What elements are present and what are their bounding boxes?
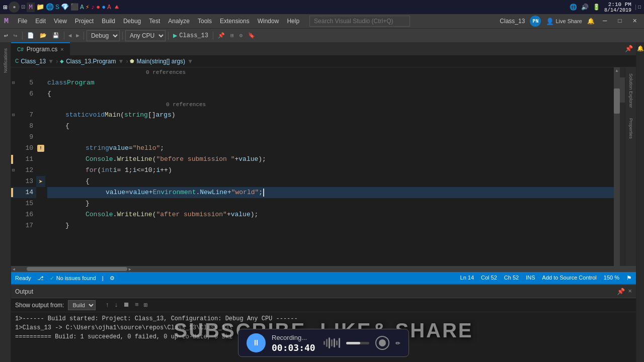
- output-btn-5[interactable]: ⊞: [142, 301, 149, 309]
- output-title-label[interactable]: Output: [15, 288, 33, 295]
- status-zoom[interactable]: 150 %: [604, 275, 619, 282]
- toolbar-bookmark[interactable]: 🔖: [246, 31, 257, 40]
- recording-volume-slider[interactable]: [346, 342, 370, 344]
- no-issues[interactable]: ✓ No issues found: [50, 275, 96, 282]
- tb-icon-skype[interactable]: S: [55, 4, 59, 11]
- output-btn-1[interactable]: ↑: [104, 301, 111, 309]
- breadcrumb-class[interactable]: Class_13: [21, 58, 46, 65]
- scrollbar-thumb[interactable]: [614, 88, 620, 114]
- forward-icon[interactable]: ▶: [74, 31, 81, 40]
- debug-config-dropdown[interactable]: Debug: [87, 30, 120, 41]
- menu-window[interactable]: Window: [254, 16, 283, 27]
- right-solution-tab[interactable]: Solution Explorer: [627, 69, 635, 112]
- code-line-15[interactable]: }: [47, 198, 614, 209]
- code-line-8[interactable]: {: [47, 121, 614, 132]
- menu-edit[interactable]: Edit: [31, 16, 50, 27]
- breadcrumb-program[interactable]: Class_13.Program: [66, 58, 116, 65]
- tab-close-btn[interactable]: ×: [60, 46, 63, 52]
- tb-icon-music[interactable]: ♪: [91, 4, 95, 11]
- filter-icon[interactable]: ⚙: [110, 275, 115, 282]
- output-source-dropdown[interactable]: Build: [68, 300, 96, 310]
- recording-edit-icon[interactable]: ✏: [395, 338, 400, 347]
- code-line-16[interactable]: Console.WriteLine("after submission"+val…: [47, 209, 614, 220]
- status-ch[interactable]: Ch 52: [504, 275, 519, 282]
- git-branch-icon[interactable]: ⎇: [37, 275, 44, 282]
- menu-tools[interactable]: Tools: [194, 16, 216, 27]
- menu-help[interactable]: Help: [283, 16, 303, 27]
- code-line-7[interactable]: static void Main(string[] args): [47, 110, 614, 121]
- breadcrumb-main[interactable]: Main(string[] args): [136, 58, 185, 65]
- tb-show-desktop[interactable]: □: [635, 5, 641, 10]
- notif-bell-icon[interactable]: 🔔: [637, 45, 644, 52]
- back-icon[interactable]: ◀: [67, 31, 73, 40]
- menu-test[interactable]: Test: [145, 16, 164, 27]
- redo-icon[interactable]: ↪: [12, 31, 20, 41]
- menu-build[interactable]: Build: [98, 16, 119, 27]
- vertical-scrollbar[interactable]: ▲: [614, 67, 620, 266]
- horizontal-scrollbar[interactable]: ◀ ▶: [11, 266, 636, 272]
- cpu-target-dropdown[interactable]: Any CPU: [125, 30, 166, 41]
- minimize-button[interactable]: ─: [600, 17, 610, 25]
- tb-icon-gem[interactable]: 💎: [61, 3, 69, 11]
- recording-record-button[interactable]: [375, 336, 389, 350]
- code-line-17[interactable]: }: [47, 220, 614, 231]
- menu-view[interactable]: View: [50, 16, 71, 27]
- user-avatar[interactable]: PN: [530, 16, 541, 27]
- close-button[interactable]: ×: [630, 17, 640, 25]
- menu-file[interactable]: File: [14, 16, 31, 27]
- close-output-icon[interactable]: ×: [628, 288, 632, 295]
- output-btn-3[interactable]: ⏹: [122, 301, 131, 309]
- code-line-13[interactable]: {: [47, 176, 614, 187]
- code-line-12[interactable]: for (int i = 1; i<=10;i++): [47, 165, 614, 176]
- code-line-5[interactable]: class Program: [47, 77, 614, 88]
- pin-panel-icon[interactable]: 📌: [622, 45, 636, 53]
- tb-icon-bolt[interactable]: ⚡: [86, 3, 90, 11]
- code-editor[interactable]: ⊟ 5 6 ⊟ 7 8 9: [11, 67, 614, 266]
- tb-icon-file[interactable]: 📁: [36, 3, 44, 11]
- new-file-icon[interactable]: 📄: [25, 31, 36, 40]
- scroll-up-arrow[interactable]: ▲: [614, 67, 620, 73]
- output-btn-4[interactable]: ≡: [133, 301, 140, 309]
- menu-project[interactable]: Project: [71, 16, 98, 27]
- output-btn-2[interactable]: ↓: [113, 301, 120, 309]
- hscrollbar-thumb[interactable]: [27, 267, 127, 271]
- code-line-6[interactable]: {: [47, 88, 614, 100]
- menu-extensions[interactable]: Extensions: [216, 16, 254, 27]
- live-share-btn[interactable]: 👤 Live Share: [546, 18, 582, 25]
- code-line-10[interactable]: string value = "hello";: [47, 143, 614, 154]
- collapse-12[interactable]: ⊟: [12, 165, 15, 176]
- pin-output-icon[interactable]: 📌: [617, 288, 625, 296]
- status-add-source[interactable]: Add to Source Control: [542, 275, 597, 282]
- status-ln[interactable]: Ln 14: [460, 275, 474, 282]
- pin-icon[interactable]: 📌: [216, 31, 227, 40]
- tb-icon-vlc[interactable]: 🔺: [113, 3, 121, 11]
- recording-pause-button[interactable]: ⏸: [247, 333, 266, 352]
- tb-icon-vs[interactable]: M: [27, 3, 35, 12]
- save-icon[interactable]: 💾: [50, 31, 61, 40]
- scroll-left-arrow[interactable]: ◀: [11, 267, 17, 272]
- tb-icon-atom[interactable]: A: [80, 4, 84, 11]
- code-lines[interactable]: 0 references class Program {: [45, 67, 614, 266]
- scroll-right-arrow[interactable]: ▶: [127, 267, 133, 272]
- menu-analyze[interactable]: Analyze: [164, 16, 194, 27]
- windows-start[interactable]: ⊞: [3, 3, 7, 12]
- status-col[interactable]: Col 52: [481, 275, 497, 282]
- collapse-7[interactable]: ⊟: [12, 110, 15, 121]
- cortana-icon[interactable]: ●: [9, 2, 20, 13]
- menu-debug[interactable]: Debug: [119, 16, 145, 27]
- right-properties-tab[interactable]: Properties: [627, 114, 635, 143]
- collapse-5[interactable]: ⊟: [12, 77, 15, 88]
- notif-icon[interactable]: 🔔: [587, 18, 595, 25]
- status-ins[interactable]: INS: [526, 275, 535, 282]
- taskview-icon[interactable]: ⊡: [21, 3, 25, 11]
- toolbar-settings[interactable]: ⚙: [237, 31, 245, 40]
- program-cs-tab[interactable]: C# Program.cs ×: [11, 42, 70, 55]
- toolbar-more[interactable]: ⊞: [228, 31, 236, 40]
- code-line-11[interactable]: Console.WriteLine("before submission " +…: [47, 154, 614, 165]
- left-tab-notifications[interactable]: Notifications: [2, 44, 10, 77]
- tb-icon-vscode[interactable]: ⬛: [70, 3, 78, 11]
- run-button[interactable]: ▶ Class_13: [171, 30, 210, 41]
- tb-icon-blue[interactable]: ●: [102, 4, 106, 11]
- vs-search-input[interactable]: [309, 16, 410, 27]
- maximize-button[interactable]: □: [615, 18, 624, 25]
